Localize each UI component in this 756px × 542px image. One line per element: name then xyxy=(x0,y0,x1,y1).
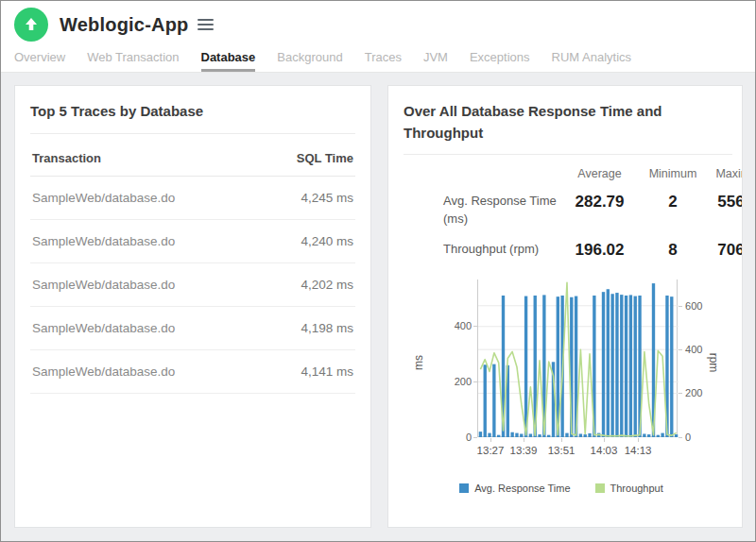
page-title: Weblogic-App xyxy=(60,14,188,36)
sql-time-value: 4,245 ms xyxy=(301,191,353,205)
app-window: Weblogic-App Overview Web Transaction Da… xyxy=(0,0,756,542)
legend-swatch-throughput xyxy=(595,483,605,493)
stats-col-maximum: Maximum xyxy=(706,167,743,180)
transaction-link[interactable]: SampleWeb/database.do xyxy=(32,278,175,292)
stats-col-average: Average xyxy=(559,167,640,180)
transaction-link[interactable]: SampleWeb/database.do xyxy=(32,234,175,248)
tab-traces[interactable]: Traces xyxy=(365,50,402,72)
sql-time-value: 4,240 ms xyxy=(301,234,353,248)
stat-value-minimum: 8 xyxy=(640,241,706,260)
stat-value-maximum: 706 xyxy=(706,241,743,260)
combo-chart-plot xyxy=(477,279,678,437)
stat-label: Avg. Response Time (ms) xyxy=(404,193,559,229)
tab-jvm[interactable]: JVM xyxy=(423,50,448,72)
response-time-panel: Over All Database Response Time and Thro… xyxy=(387,85,743,528)
legend-label: Avg. Response Time xyxy=(474,483,570,494)
legend-swatch-response-time xyxy=(459,483,469,493)
sql-time-value: 4,141 ms xyxy=(301,364,353,379)
tab-bar: Overview Web Transaction Database Backgr… xyxy=(1,48,755,73)
transaction-link[interactable]: SampleWeb/database.do xyxy=(32,191,175,205)
table-row[interactable]: SampleWeb/database.do 4,141 ms xyxy=(30,350,355,394)
stats-row-avg-response-time: Avg. Response Time (ms) 282.79 2 556 xyxy=(404,193,743,229)
table-row[interactable]: SampleWeb/database.do 4,240 ms xyxy=(30,220,355,263)
stats-col-minimum: Minimum xyxy=(640,167,706,180)
divider xyxy=(30,133,355,134)
table-row[interactable]: SampleWeb/database.do 4,198 ms xyxy=(30,307,355,350)
column-header-sql-time: SQL Time xyxy=(297,151,353,165)
stats-table: Average Minimum Maximum Avg. Response Ti… xyxy=(404,167,743,260)
stats-header-row: Average Minimum Maximum xyxy=(404,167,743,180)
stat-value-maximum: 556 xyxy=(706,193,743,212)
app-status-icon xyxy=(14,8,48,42)
combo-chart: ms rpm 02004000200400600 13:2713:3913:51… xyxy=(404,275,742,460)
top-traces-title: Top 5 Traces by Database xyxy=(30,101,355,123)
tab-exceptions[interactable]: Exceptions xyxy=(470,50,530,72)
legend-item-response-time[interactable]: Avg. Response Time xyxy=(459,483,570,494)
sql-time-value: 4,202 ms xyxy=(301,278,353,292)
menu-icon[interactable] xyxy=(198,16,214,33)
arrow-up-icon xyxy=(24,17,39,32)
stat-value-average: 196.02 xyxy=(559,241,640,260)
transaction-link[interactable]: SampleWeb/database.do xyxy=(32,364,175,379)
chart-legend: Avg. Response Time Throughput xyxy=(404,483,719,494)
y-axis-label-rpm: rpm xyxy=(707,352,720,372)
traces-table-header: Transaction SQL Time xyxy=(30,136,355,177)
traces-table: Transaction SQL Time SampleWeb/database.… xyxy=(30,136,355,394)
column-header-transaction: Transaction xyxy=(32,151,101,165)
stat-value-average: 282.79 xyxy=(559,193,640,212)
app-header: Weblogic-App xyxy=(1,1,755,48)
table-row[interactable]: SampleWeb/database.do 4,202 ms xyxy=(30,263,355,307)
transaction-link[interactable]: SampleWeb/database.do xyxy=(32,321,175,335)
sql-time-value: 4,198 ms xyxy=(301,321,353,335)
legend-item-throughput[interactable]: Throughput xyxy=(595,483,663,494)
tab-rum-analytics[interactable]: RUM Analytics xyxy=(552,50,632,72)
stats-row-throughput: Throughput (rpm) 196.02 8 706 xyxy=(404,241,743,260)
y-axis-label-ms: ms xyxy=(412,355,425,370)
content-area: Top 5 Traces by Database Transaction SQL… xyxy=(1,73,755,541)
legend-label: Throughput xyxy=(610,483,663,494)
divider xyxy=(404,154,732,155)
stat-label: Throughput (rpm) xyxy=(404,241,559,259)
tab-database[interactable]: Database xyxy=(201,50,256,72)
stat-value-minimum: 2 xyxy=(640,193,706,212)
table-row[interactable]: SampleWeb/database.do 4,245 ms xyxy=(30,177,355,220)
response-time-title: Over All Database Response Time and Thro… xyxy=(404,101,706,144)
tab-web-transaction[interactable]: Web Transaction xyxy=(87,50,179,72)
tab-background[interactable]: Background xyxy=(277,50,342,72)
top-traces-panel: Top 5 Traces by Database Transaction SQL… xyxy=(14,85,371,528)
tab-overview[interactable]: Overview xyxy=(14,50,65,72)
